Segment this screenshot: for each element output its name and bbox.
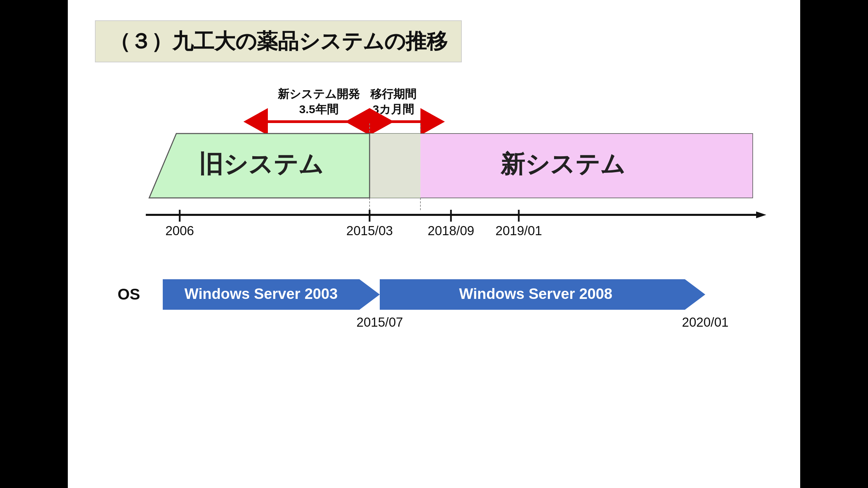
date-2018-09: 2018/09: [428, 224, 474, 238]
slide-title: （３）九工大の薬品システムの推移: [109, 29, 448, 53]
migration-duration: 3カ月間: [373, 103, 414, 116]
date-2015-03: 2015/03: [346, 224, 393, 238]
slide: （３）九工大の薬品システムの推移 新システム開発 3.5年間 移行期間 3カ月間: [68, 0, 800, 488]
axis-arrow: [756, 211, 766, 218]
new-system-label: 新システム: [500, 150, 625, 178]
dev-duration: 3.5年間: [299, 103, 338, 116]
date-2015-07: 2015/07: [356, 315, 403, 329]
date-2019-01: 2019/01: [495, 224, 542, 238]
ws2008-label: Windows Server 2008: [459, 285, 612, 302]
diagram-area: 新システム開発 3.5年間 移行期間 3カ月間: [95, 83, 773, 347]
os-label: OS: [118, 285, 140, 303]
date-2020-01: 2020/01: [682, 315, 728, 329]
old-system-label: 旧システム: [199, 150, 323, 178]
migration-label: 移行期間: [370, 87, 416, 100]
overlap-blend: [370, 134, 420, 198]
title-box: （３）九工大の薬品システムの推移: [95, 20, 462, 62]
dev-label: 新システム開発: [278, 87, 360, 100]
ws2003-label: Windows Server 2003: [184, 285, 338, 302]
date-2006: 2006: [165, 224, 194, 238]
